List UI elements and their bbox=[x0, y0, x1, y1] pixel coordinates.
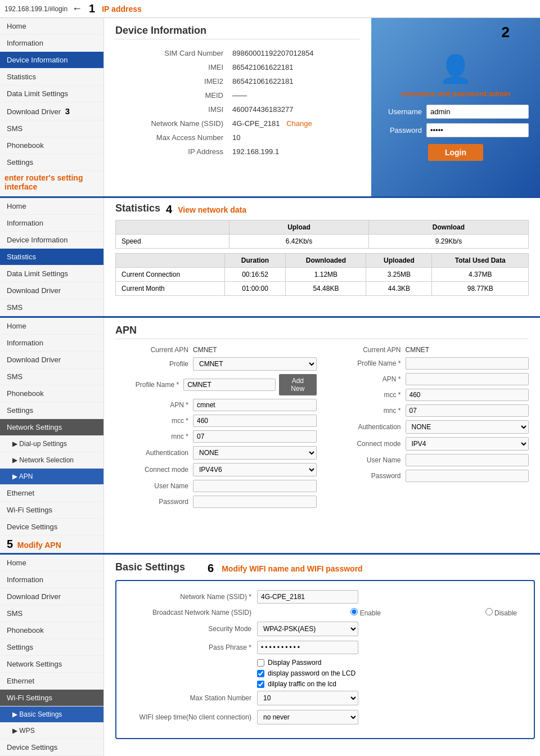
add-new-button[interactable]: Add New bbox=[279, 374, 316, 395]
row-downloaded-2: 54.48KB bbox=[286, 282, 366, 296]
mcc-input[interactable] bbox=[193, 415, 317, 427]
mcc-input-right[interactable] bbox=[406, 389, 529, 401]
sidebar-settings-3[interactable]: Settings bbox=[0, 402, 104, 419]
login-button[interactable]: Login bbox=[428, 144, 483, 161]
connect-mode-row-right: Connect mode IPV4 bbox=[328, 437, 529, 451]
sidebar-ethernet-3[interactable]: Ethernet bbox=[0, 485, 104, 502]
sidebar-information-4[interactable]: Information bbox=[0, 572, 104, 588]
sidebar-sms-3[interactable]: SMS bbox=[0, 368, 104, 385]
sidebar-device-settings-4[interactable]: Device Settings bbox=[0, 739, 104, 756]
profile-name-input-right[interactable] bbox=[406, 357, 529, 370]
sidebar-dialup-3[interactable]: ▶ Dial-up Settings bbox=[0, 436, 104, 452]
sidebar-information-1[interactable]: Information bbox=[0, 35, 104, 52]
table-row: IMEI2 865421061622181 bbox=[115, 74, 360, 88]
sidebar-statistics-2[interactable]: Statistics bbox=[0, 249, 104, 266]
connect-mode-select-left[interactable]: IPV4V6 bbox=[193, 463, 317, 476]
apn-input[interactable] bbox=[193, 399, 317, 411]
sidebar-device-info-1[interactable]: Device Information bbox=[0, 52, 104, 69]
ssid-input[interactable] bbox=[257, 590, 358, 604]
sidebar-sms-2[interactable]: SMS bbox=[0, 299, 104, 316]
change-ssid-link[interactable]: Change bbox=[286, 119, 312, 128]
sidebar-home-2[interactable]: Home bbox=[0, 198, 104, 215]
sidebar-network-settings-3[interactable]: Network Settings bbox=[0, 419, 104, 436]
apn-left-panel: Current APN CMNET Profile CMNET Profile … bbox=[115, 346, 317, 511]
mnc-input-right[interactable] bbox=[406, 404, 529, 417]
apn-grid: Current APN CMNET Profile CMNET Profile … bbox=[115, 346, 529, 511]
password-label-right: Password bbox=[328, 472, 401, 480]
sidebar-network-selection-3[interactable]: ▶ Network Selection bbox=[0, 452, 104, 469]
sidebar-basic-settings-4[interactable]: ▶ Basic Settings bbox=[0, 706, 104, 723]
sidebar-statistics-1[interactable]: Statistics bbox=[0, 69, 104, 86]
password-input-left[interactable] bbox=[193, 496, 317, 508]
sidebar-device-settings-3[interactable]: Device Settings bbox=[0, 519, 104, 536]
step-3-text: enter router's setting interface bbox=[4, 173, 83, 191]
sidebar-information-3[interactable]: Information bbox=[0, 335, 104, 352]
sidebar-download-driver-1[interactable]: Download Driver 3 bbox=[0, 102, 104, 120]
step-1-number: 1 bbox=[89, 2, 95, 15]
sidebar-network-settings-4[interactable]: Network Settings bbox=[0, 656, 104, 673]
current-apn-row-left: Current APN CMNET bbox=[115, 346, 317, 354]
sidebar-wifi-settings-4[interactable]: Wi-Fi Settings bbox=[0, 690, 104, 706]
mnc-label: mnc * bbox=[115, 433, 188, 440]
sidebar-download-driver-4[interactable]: Download Driver bbox=[0, 588, 104, 605]
auth-select-right[interactable]: NONE bbox=[406, 420, 529, 434]
statistics-main: Statistics 4 View network data Upload Do… bbox=[104, 198, 540, 316]
sidebar-apn-3[interactable]: ▶ APN bbox=[0, 469, 104, 485]
sidebar-ethernet-4[interactable]: Ethernet bbox=[0, 673, 104, 690]
sidebar-home-1[interactable]: Home bbox=[0, 18, 104, 35]
mnc-input[interactable] bbox=[193, 430, 317, 443]
username-label-left: User Name bbox=[115, 482, 188, 490]
table-row: MEID —— bbox=[115, 88, 360, 102]
sidebar-data-limit-2[interactable]: Data Limit Settings bbox=[0, 266, 104, 282]
sidebar-wifi-settings-3[interactable]: Wi-Fi Settings bbox=[0, 502, 104, 519]
profile-name-input[interactable] bbox=[183, 379, 276, 391]
sidebar-phonebook-1[interactable]: Phonebook bbox=[0, 137, 104, 154]
field-label: IP Address bbox=[115, 145, 228, 159]
password-input[interactable] bbox=[426, 123, 529, 137]
arrow-icon: ← bbox=[72, 3, 82, 15]
sidebar-settings-4[interactable]: Settings bbox=[0, 639, 104, 656]
th-uploaded: Uploaded bbox=[366, 254, 432, 268]
sidebar-home-4[interactable]: Home bbox=[0, 555, 104, 572]
security-label: Security Mode bbox=[128, 625, 251, 633]
display-password-checkbox[interactable] bbox=[257, 659, 264, 667]
field-label: MEID bbox=[115, 88, 228, 102]
sleep-select[interactable]: no never bbox=[257, 710, 358, 724]
table-row: Max Access Number 10 bbox=[115, 130, 360, 145]
sidebar-phonebook-3[interactable]: Phonebook bbox=[0, 385, 104, 402]
password-input-right[interactable] bbox=[406, 470, 529, 482]
th-duration: Duration bbox=[224, 254, 286, 268]
display-lcd-checkbox[interactable] bbox=[257, 670, 264, 677]
sidebar-data-limit-1[interactable]: Data Limit Settings bbox=[0, 86, 104, 102]
sidebar-sms-4[interactable]: SMS bbox=[0, 605, 104, 622]
sidebar-1: Home Information Device Information Stat… bbox=[0, 18, 104, 196]
apn-input-right[interactable] bbox=[406, 373, 529, 385]
broadcast-disable-radio[interactable] bbox=[485, 608, 493, 615]
display-traffic-checkbox[interactable] bbox=[257, 681, 264, 688]
profile-select[interactable]: CMNET bbox=[193, 357, 317, 371]
max-station-select[interactable]: 10 bbox=[257, 691, 358, 705]
sidebar-phonebook-4[interactable]: Phonebook bbox=[0, 622, 104, 639]
sidebar-information-2[interactable]: Information bbox=[0, 215, 104, 232]
auth-label-right: Authentication bbox=[328, 423, 401, 431]
broadcast-enable-radio[interactable] bbox=[350, 608, 358, 615]
field-value: 192.168.199.1 bbox=[228, 145, 360, 159]
passphrase-input[interactable] bbox=[257, 641, 358, 654]
sidebar-home-3[interactable]: Home bbox=[0, 318, 104, 335]
username-label: Username bbox=[382, 107, 422, 116]
username-input[interactable] bbox=[426, 105, 529, 119]
username-input-right[interactable] bbox=[406, 454, 529, 466]
step-4-text: View network data bbox=[178, 205, 246, 214]
sidebar-wps-4[interactable]: ▶ WPS bbox=[0, 723, 104, 739]
sidebar-download-driver-3[interactable]: Download Driver bbox=[0, 352, 104, 368]
panel-device-info: Home Information Device Information Stat… bbox=[0, 18, 540, 198]
connect-mode-select-right[interactable]: IPV4 bbox=[406, 437, 529, 451]
sidebar-device-info-2[interactable]: Device Information bbox=[0, 232, 104, 249]
auth-select-left[interactable]: NONE bbox=[193, 446, 317, 460]
security-select[interactable]: WPA2-PSK(AES) bbox=[257, 622, 358, 636]
sidebar-settings-1[interactable]: Settings bbox=[0, 154, 104, 171]
sidebar-download-driver-2[interactable]: Download Driver bbox=[0, 282, 104, 299]
row-total-1: 4.37MB bbox=[432, 268, 529, 282]
sidebar-sms-1[interactable]: SMS bbox=[0, 120, 104, 137]
username-input-left[interactable] bbox=[193, 480, 317, 492]
